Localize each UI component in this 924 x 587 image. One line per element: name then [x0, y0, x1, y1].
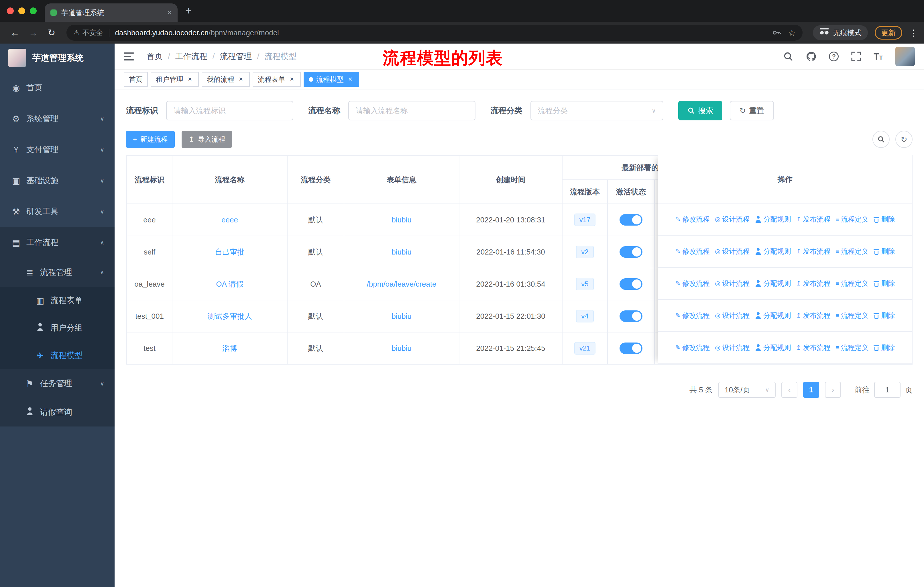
sidebar-item-infrastructure[interactable]: ▣ 基础设施 ∨ — [0, 165, 115, 196]
sidebar-item-user-group[interactable]: 用户分组 — [0, 314, 115, 342]
tag-home[interactable]: 首页 — [124, 72, 148, 87]
key-icon[interactable] — [772, 28, 781, 37]
model-name-link[interactable]: 测试多审批人 — [207, 312, 252, 321]
sidebar-item-task-management[interactable]: ⚑ 任务管理 ∨ — [0, 369, 115, 398]
tab-close-icon[interactable]: × — [167, 8, 172, 17]
github-icon[interactable] — [806, 51, 816, 62]
breadcrumb-item[interactable]: 首页 — [147, 51, 163, 62]
browser-menu-icon[interactable]: ⋮ — [909, 28, 917, 38]
toggle-search-button[interactable] — [873, 131, 889, 148]
action-design-link[interactable]: ◎设计流程 — [715, 343, 749, 352]
form-link[interactable]: biubiu — [391, 312, 411, 321]
action-design-link[interactable]: ◎设计流程 — [715, 247, 749, 256]
fullscreen-icon[interactable] — [851, 51, 861, 61]
action-assign-link[interactable]: 分配规则 — [755, 311, 791, 320]
action-edit-link[interactable]: ✎修改流程 — [675, 215, 710, 224]
close-icon[interactable]: × — [288, 76, 295, 83]
tag-process-model[interactable]: 流程模型 × — [304, 72, 359, 87]
action-assign-link[interactable]: 分配规则 — [755, 279, 791, 288]
refresh-table-button[interactable]: ↻ — [895, 131, 912, 148]
action-delete-link[interactable]: 删除 — [874, 215, 895, 224]
action-assign-link[interactable]: 分配规则 — [755, 343, 791, 352]
app-logo[interactable]: 芋道管理系统 — [0, 43, 115, 72]
action-design-link[interactable]: ◎设计流程 — [715, 215, 749, 224]
action-edit-link[interactable]: ✎修改流程 — [675, 343, 710, 352]
action-publish-link[interactable]: ↥发布流程 — [796, 215, 830, 224]
avatar[interactable] — [895, 47, 915, 66]
model-name-link[interactable]: 滔博 — [222, 344, 237, 352]
collapse-sidebar-icon[interactable] — [124, 53, 135, 61]
help-icon[interactable]: ? — [829, 51, 839, 61]
action-definition-link[interactable]: ≡流程定义 — [836, 247, 869, 256]
action-delete-link[interactable]: 删除 — [874, 311, 895, 320]
goto-page-input[interactable] — [874, 382, 901, 398]
close-icon[interactable]: × — [346, 76, 354, 83]
action-delete-link[interactable]: 删除 — [874, 279, 895, 288]
active-toggle[interactable] — [620, 311, 642, 322]
security-indicator[interactable]: ⚠ 不安全 — [73, 28, 103, 37]
tag-my-process[interactable]: 我的流程 × — [201, 72, 250, 87]
action-design-link[interactable]: ◎设计流程 — [715, 279, 749, 288]
minimize-window-button[interactable] — [18, 7, 25, 14]
form-link[interactable]: /bpm/oa/leave/create — [367, 280, 437, 288]
action-publish-link[interactable]: ↥发布流程 — [796, 247, 830, 256]
create-process-button[interactable]: + 新建流程 — [126, 131, 175, 148]
import-process-button[interactable]: ↥ 导入流程 — [182, 131, 232, 148]
form-link[interactable]: biubiu — [391, 248, 411, 256]
breadcrumb-item[interactable]: 工作流程 — [175, 51, 207, 62]
reload-icon[interactable]: ↻ — [43, 27, 59, 38]
close-icon[interactable]: × — [186, 76, 194, 83]
search-button[interactable]: 搜索 — [678, 101, 723, 121]
browser-tab[interactable]: 芋道管理系统 × — [45, 3, 178, 22]
action-design-link[interactable]: ◎设计流程 — [715, 311, 749, 320]
tag-process-form[interactable]: 流程表单 × — [252, 72, 301, 87]
reset-button[interactable]: ↻ 重置 — [730, 101, 774, 121]
sidebar-item-workflow[interactable]: ▤ 工作流程 ∧ — [0, 227, 115, 258]
active-toggle[interactable] — [620, 214, 642, 226]
address-bar[interactable]: ⚠ 不安全 dashboard.yudao.iocoder.cn /bpm/ma… — [66, 25, 803, 41]
sidebar-item-leave-query[interactable]: 请假查询 — [0, 398, 115, 427]
tag-tenant[interactable]: 租户管理 × — [151, 72, 199, 87]
action-edit-link[interactable]: ✎修改流程 — [675, 279, 710, 288]
font-size-icon[interactable]: TT — [874, 51, 883, 62]
breadcrumb-item[interactable]: 流程管理 — [220, 51, 252, 62]
active-toggle[interactable] — [620, 342, 642, 354]
update-button[interactable]: 更新 — [875, 26, 902, 40]
active-toggle[interactable] — [620, 278, 642, 290]
action-definition-link[interactable]: ≡流程定义 — [836, 215, 869, 224]
action-publish-link[interactable]: ↥发布流程 — [796, 311, 830, 320]
process-key-input[interactable] — [166, 101, 293, 121]
prev-page-button[interactable]: ‹ — [781, 382, 797, 398]
search-icon[interactable] — [783, 51, 794, 62]
action-definition-link[interactable]: ≡流程定义 — [836, 311, 869, 320]
action-assign-link[interactable]: 分配规则 — [755, 247, 791, 256]
action-definition-link[interactable]: ≡流程定义 — [836, 279, 869, 288]
action-edit-link[interactable]: ✎修改流程 — [675, 311, 710, 320]
action-delete-link[interactable]: 删除 — [874, 247, 895, 256]
back-icon[interactable]: ← — [7, 28, 23, 38]
page-size-select[interactable]: 10条/页 ∨ — [718, 382, 776, 398]
form-link[interactable]: biubiu — [391, 344, 411, 352]
active-toggle[interactable] — [620, 246, 642, 258]
sidebar-item-devtools[interactable]: ⚒ 研发工具 ∨ — [0, 196, 115, 227]
next-page-button[interactable]: › — [825, 382, 841, 398]
new-tab-button[interactable]: + — [186, 5, 191, 17]
action-definition-link[interactable]: ≡流程定义 — [836, 343, 869, 352]
close-window-button[interactable] — [7, 7, 14, 14]
action-delete-link[interactable]: 删除 — [874, 343, 895, 352]
sidebar-item-payment[interactable]: ¥ 支付管理 ∨ — [0, 134, 115, 165]
model-name-link[interactable]: 自己审批 — [215, 248, 244, 256]
model-name-link[interactable]: OA 请假 — [216, 280, 243, 288]
current-page-button[interactable]: 1 — [803, 382, 819, 398]
sidebar-item-process-form[interactable]: ▥ 流程表单 — [0, 287, 115, 314]
action-assign-link[interactable]: 分配规则 — [755, 215, 791, 224]
model-name-link[interactable]: eeee — [221, 215, 238, 224]
sidebar-item-system[interactable]: ⚙ 系统管理 ∨ — [0, 103, 115, 134]
close-icon[interactable]: × — [237, 76, 244, 83]
action-publish-link[interactable]: ↥发布流程 — [796, 279, 830, 288]
zoom-window-button[interactable] — [30, 7, 37, 14]
form-link[interactable]: biubiu — [391, 215, 411, 224]
action-publish-link[interactable]: ↥发布流程 — [796, 343, 830, 352]
forward-icon[interactable]: → — [25, 28, 41, 38]
sidebar-item-process-model[interactable]: ✈ 流程模型 — [0, 342, 115, 369]
